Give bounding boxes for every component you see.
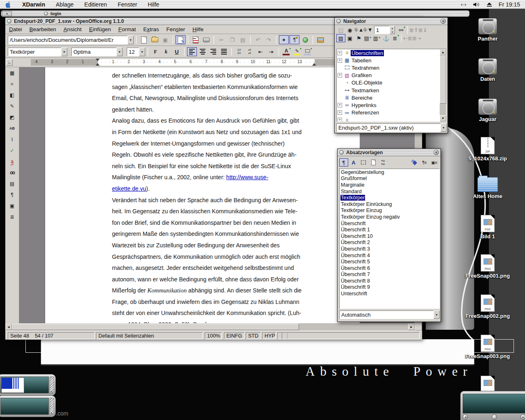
doc-dropdown-icon[interactable]: ▼: [441, 123, 447, 132]
tree-item-textrahmen[interactable]: Textrahmen: [337, 64, 446, 71]
desktop-icon-freesnap003[interactable]: PNG FreeSnap003.png: [465, 335, 510, 359]
status-page-cell[interactable]: Seite 48 54 / 107: [8, 332, 95, 339]
style-item[interactable]: Grußformel: [340, 176, 439, 182]
font-size-select[interactable]: 12 ▼: [127, 48, 145, 56]
close-icon[interactable]: ×: [441, 18, 446, 24]
promote-chapter-icon[interactable]: ≣⇑: [409, 26, 418, 34]
window-resize-cap[interactable]: ▸: [50, 377, 54, 393]
desktop-icon-freesnap002[interactable]: PNG FreeSnap002.png: [465, 294, 510, 319]
tree-item-ueberschriften[interactable]: + ≡ Überschriften: [337, 49, 446, 57]
font-dropdown-icon[interactable]: ▼: [116, 48, 123, 56]
draw-functions-icon[interactable]: ✎: [7, 102, 17, 111]
promote-level-icon[interactable]: ⇠≣: [403, 34, 412, 42]
online-layout-icon[interactable]: ≣: [7, 212, 17, 221]
character-styles-icon[interactable]: A: [349, 158, 358, 167]
list-box-toggle-icon[interactable]: ▨: [336, 34, 345, 42]
expand-icon[interactable]: +: [338, 58, 342, 63]
status-selection-mode-cell[interactable]: STD: [246, 332, 261, 339]
footer-icon[interactable]: ▥⁺: [372, 34, 381, 42]
copy-icon[interactable]: ❐: [227, 35, 237, 44]
style-item[interactable]: Standard: [340, 188, 439, 195]
insert-icon[interactable]: ▦: [7, 68, 17, 78]
document-page[interactable]: der schnellen Internetzugänge, als dass …: [45, 67, 360, 323]
scroll-right-icon[interactable]: ▸: [520, 414, 525, 420]
desktop-icon-jaguar[interactable]: Jaguar: [465, 98, 510, 122]
edit-mode-icon[interactable]: ✎: [176, 35, 185, 44]
desktop-icon-freesnap001[interactable]: PNG FreeSnap001.png: [465, 254, 510, 279]
page-styles-icon[interactable]: [369, 158, 378, 167]
apple-menu[interactable]: [0, 0, 17, 9]
menu-editieren[interactable]: Editieren: [79, 0, 112, 9]
style-item[interactable]: Überschrift 10: [340, 233, 439, 240]
italic-icon[interactable]: k: [161, 47, 171, 56]
indent-marker-first[interactable]: [96, 59, 100, 61]
scroll-thumb[interactable]: [492, 414, 497, 420]
underline-icon[interactable]: U: [172, 47, 182, 56]
paragraph-styles-icon[interactable]: ¶: [339, 158, 348, 167]
scroll-right-icon[interactable]: ►: [408, 324, 415, 330]
teal-window-scrollbar[interactable]: ◂ ▸: [463, 413, 525, 420]
document-text[interactable]: der schnellen Internetzugänge, als dass …: [112, 70, 336, 323]
align-left-icon[interactable]: [187, 47, 197, 56]
auto-spellcheck-icon[interactable]: a: [7, 157, 17, 166]
menu-fenster[interactable]: Fenster: [163, 26, 189, 32]
window-shade-icon[interactable]: ▴: [2, 11, 12, 16]
window-button[interactable]: [339, 150, 344, 155]
previous-object-icon[interactable]: ⛗▲: [354, 26, 363, 34]
style-item[interactable]: Gegenüberstellung: [340, 169, 439, 176]
style-item[interactable]: Überschrift: [340, 220, 439, 227]
demote-chapter-icon[interactable]: ≣⇓: [418, 26, 427, 34]
window-resize-cap[interactable]: ▸: [50, 398, 54, 415]
menu-app-name[interactable]: XDarwin: [17, 0, 50, 9]
desktop-icon-bild1[interactable]: PDF Bild 1: [465, 215, 510, 240]
style-item[interactable]: Überschrift 7: [340, 272, 439, 278]
keyboard-layout-icon[interactable]: ‹·›: [461, 1, 466, 7]
toggle-icon[interactable]: ◱: [336, 26, 345, 34]
style-item[interactable]: Textkörper Einrückung: [340, 201, 439, 208]
desktop-icon-panther[interactable]: Panther: [465, 18, 510, 42]
paragraph-style-select[interactable]: Textkörper ▼: [8, 48, 67, 56]
data-sources-icon[interactable]: ▤: [7, 179, 17, 188]
menu-ansicht[interactable]: Ansicht: [60, 26, 85, 32]
tree-item-bereiche[interactable]: ≣ Bereiche: [337, 94, 446, 101]
align-center-icon[interactable]: [198, 47, 208, 56]
spin-up-icon[interactable]: ▲: [390, 26, 395, 30]
menu-extras[interactable]: Extras: [139, 26, 162, 32]
collapsed-window-1[interactable]: ▸: [0, 374, 56, 396]
undo-icon[interactable]: ↶: [253, 35, 263, 44]
update-style-icon[interactable]: ▣≡: [430, 158, 439, 167]
login-window-titlebar[interactable]: ▴ login: [1, 10, 470, 17]
indent-marker-right[interactable]: [312, 63, 316, 66]
page-number-spinbox[interactable]: 1 ▲▼: [374, 26, 395, 34]
collapsed-window-2[interactable]: ▸: [0, 395, 56, 417]
expand-icon[interactable]: +: [338, 110, 342, 115]
style-item[interactable]: Marginalie: [340, 182, 439, 188]
tree-item-ole-objekte[interactable]: ◔ OLE-Objekte: [337, 79, 446, 87]
style-item[interactable]: Überschrift 6: [340, 265, 439, 272]
menu-datei[interactable]: Datei: [5, 26, 26, 32]
expand-icon[interactable]: +: [338, 51, 342, 55]
autotext-icon[interactable]: AB: [7, 124, 17, 133]
style-dropdown-icon[interactable]: ▼: [61, 48, 67, 56]
cut-icon[interactable]: ✂: [217, 35, 226, 44]
size-dropdown-icon[interactable]: ▼: [139, 48, 145, 56]
desktop-icon-partial[interactable]: [465, 376, 510, 393]
new-style-from-selection-icon[interactable]: ¶≡: [420, 158, 429, 167]
style-item[interactable]: Überschrift 5: [340, 258, 439, 265]
style-filter-select[interactable]: Automatisch ▼: [339, 310, 440, 319]
menu-fenster[interactable]: Fenster: [112, 0, 142, 9]
menu-bearbeiten[interactable]: Bearbeiten: [26, 26, 60, 32]
style-item[interactable]: Überschrift 8: [340, 278, 439, 284]
desktop-icon-altes-home[interactable]: Altes Home: [465, 177, 510, 199]
horizontal-scrollbar[interactable]: ◄ ►: [5, 323, 415, 331]
bullet-list-icon[interactable]: •≡•≡: [245, 47, 255, 56]
menu-hilfe[interactable]: Hilfe: [142, 0, 164, 9]
status-hyphenation-cell[interactable]: HYP: [262, 332, 276, 339]
navigator-content-tree[interactable]: + ≡ Überschriften + ▦ Tabellen Textrahme…: [336, 49, 447, 122]
numbered-list-icon[interactable]: 1≡2≡: [234, 47, 244, 56]
style-item[interactable]: Überschrift 3: [340, 246, 439, 252]
menu-hilfe[interactable]: Hilfe: [189, 26, 207, 32]
insert-object-icon[interactable]: ◧: [7, 91, 17, 100]
scroll-down-icon[interactable]: ▼: [440, 115, 446, 121]
url-field[interactable]: /Users/erichoch/Documents/Diplomarbeit/E…: [8, 36, 134, 44]
